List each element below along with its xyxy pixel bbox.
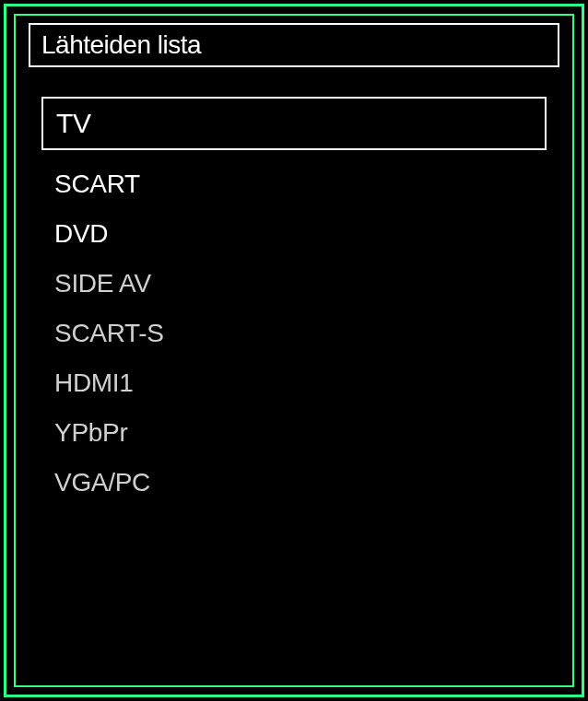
- title-bar: Lähteiden lista: [29, 23, 559, 67]
- source-item-tv[interactable]: TV: [41, 97, 547, 150]
- source-item-scart[interactable]: SCART: [41, 159, 547, 209]
- source-item-vga-pc[interactable]: VGA/PC: [41, 458, 547, 508]
- source-item-side-av[interactable]: SIDE AV: [41, 259, 547, 309]
- menu-title: Lähteiden lista: [41, 30, 201, 60]
- inner-frame: Lähteiden lista TVSCARTDVDSIDE AVSCART-S…: [14, 14, 574, 687]
- source-item-scart-s[interactable]: SCART-S: [41, 309, 547, 358]
- source-item-hdmi1[interactable]: HDMI1: [41, 358, 547, 408]
- source-item-dvd[interactable]: DVD: [41, 209, 547, 259]
- outer-frame: Lähteiden lista TVSCARTDVDSIDE AVSCART-S…: [4, 4, 584, 697]
- source-list: TVSCARTDVDSIDE AVSCART-SHDMI1YPbPrVGA/PC: [41, 97, 547, 508]
- source-item-ypbpr[interactable]: YPbPr: [41, 408, 547, 458]
